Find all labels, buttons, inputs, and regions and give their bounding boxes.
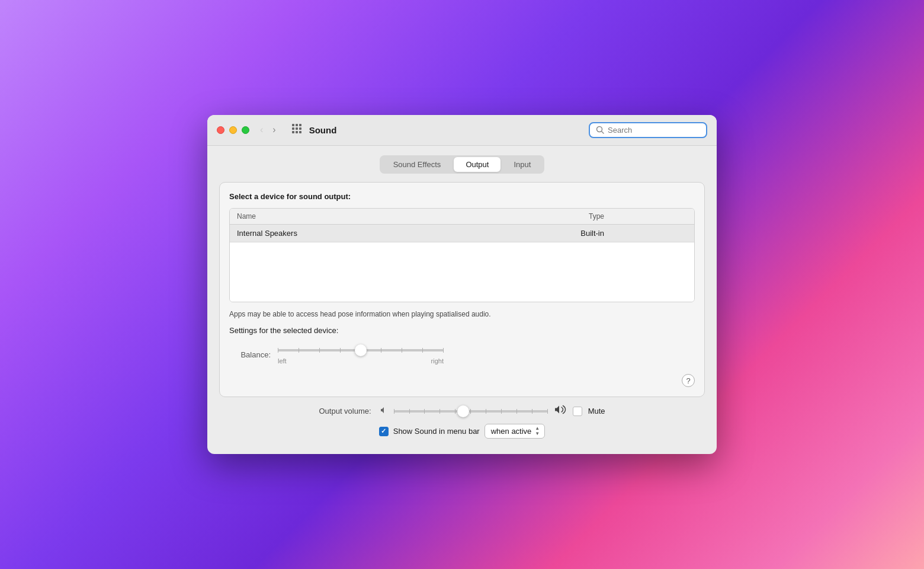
- volume-low-icon: [380, 406, 388, 416]
- device-type: Built-in: [580, 229, 604, 238]
- output-panel: Select a device for sound output: Name T…: [219, 182, 705, 398]
- tabs: Sound Effects Output Input: [380, 155, 545, 174]
- table-empty-area: [230, 242, 694, 302]
- svg-rect-6: [292, 131, 294, 133]
- volume-row: Output volume:: [319, 404, 605, 418]
- when-active-dropdown[interactable]: when active ▲ ▼: [485, 424, 546, 439]
- balance-slider[interactable]: [278, 344, 444, 356]
- tab-output[interactable]: Output: [454, 157, 500, 172]
- when-active-label: when active: [491, 427, 532, 436]
- settings-label: Settings for the selected device:: [229, 326, 695, 335]
- svg-rect-1: [296, 124, 298, 126]
- volume-high-icon: [554, 404, 567, 418]
- show-sound-checkbox[interactable]: [379, 427, 389, 436]
- table-row[interactable]: Internal Speakers Built-in: [230, 225, 694, 242]
- traffic-lights: [217, 126, 249, 134]
- svg-rect-7: [296, 131, 298, 133]
- volume-slider-container: [394, 405, 548, 417]
- nav-buttons: ‹ ›: [256, 122, 280, 138]
- main-content: Sound Effects Output Input Select a devi…: [207, 146, 717, 455]
- mute-checkbox[interactable]: [573, 407, 582, 416]
- search-input[interactable]: [608, 126, 700, 135]
- table-header: Name Type: [230, 209, 694, 225]
- grid-icon: [291, 123, 302, 134]
- svg-line-10: [602, 132, 604, 134]
- device-table: Name Type Internal Speakers Built-in: [229, 208, 695, 302]
- minimize-button[interactable]: [229, 126, 237, 134]
- balance-slider-container: left right: [278, 344, 444, 365]
- forward-button[interactable]: ›: [269, 122, 279, 138]
- device-name: Internal Speakers: [237, 229, 580, 238]
- header-name: Name: [237, 212, 589, 220]
- help-button[interactable]: ?: [682, 374, 695, 387]
- panel-title: Select a device for sound output:: [229, 192, 695, 201]
- tabs-container: Sound Effects Output Input: [219, 155, 705, 174]
- dropdown-arrows: ▲ ▼: [535, 426, 540, 436]
- balance-thumb[interactable]: [355, 344, 367, 356]
- svg-rect-0: [292, 124, 294, 126]
- system-preferences-window: ‹ › Sound: [207, 115, 717, 455]
- tab-input[interactable]: Input: [502, 157, 543, 172]
- help-area: ?: [229, 374, 695, 387]
- chevron-down-icon: ▼: [535, 431, 540, 436]
- svg-rect-8: [299, 131, 301, 133]
- menu-bar-row: Show Sound in menu bar when active ▲ ▼: [379, 424, 546, 439]
- balance-row: Balance:: [229, 342, 695, 367]
- mute-label: Mute: [588, 407, 605, 415]
- search-icon: [596, 126, 604, 134]
- bottom-controls: Output volume:: [219, 397, 705, 442]
- header-type: Type: [589, 212, 604, 220]
- balance-label: Balance:: [229, 350, 271, 359]
- balance-labels: left right: [278, 357, 444, 365]
- tab-sound-effects[interactable]: Sound Effects: [381, 157, 453, 172]
- balance-left-label: left: [278, 357, 287, 365]
- output-volume-label: Output volume:: [319, 407, 371, 415]
- show-sound-label: Show Sound in menu bar: [393, 427, 480, 436]
- svg-rect-5: [299, 127, 301, 130]
- titlebar: ‹ › Sound: [207, 115, 717, 146]
- svg-rect-2: [299, 124, 301, 126]
- volume-thumb[interactable]: [457, 405, 469, 417]
- window-title: Sound: [309, 125, 589, 135]
- chevron-up-icon: ▲: [535, 426, 540, 431]
- svg-rect-3: [292, 127, 294, 130]
- grid-button[interactable]: [287, 121, 307, 139]
- close-button[interactable]: [217, 126, 224, 134]
- balance-right-label: right: [431, 357, 444, 365]
- back-button[interactable]: ‹: [256, 122, 267, 138]
- maximize-button[interactable]: [242, 126, 249, 134]
- svg-rect-4: [296, 127, 298, 130]
- search-box[interactable]: [589, 122, 707, 138]
- info-text: Apps may be able to access head pose inf…: [229, 309, 695, 319]
- volume-slider-bg: [394, 410, 548, 413]
